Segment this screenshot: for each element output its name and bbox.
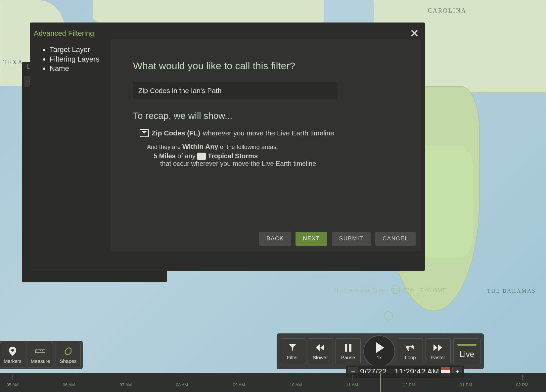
tick-label: 02 PM bbox=[516, 382, 528, 387]
wizard-steps: Target Layer Filtering Layers Name bbox=[42, 45, 99, 74]
hurricane-icon[interactable] bbox=[384, 311, 393, 320]
tick-label: 07 AM bbox=[120, 382, 132, 387]
tick-label: 12 PM bbox=[403, 382, 415, 387]
speed-label: 1x bbox=[377, 355, 382, 360]
cancel-button[interactable]: CANCEL bbox=[375, 232, 416, 246]
tick-label: 01 PM bbox=[460, 382, 472, 387]
step-name[interactable]: Name bbox=[50, 64, 99, 74]
pin-icon bbox=[8, 346, 18, 356]
recap-layer-text: wherever you move the Live Earth timelin… bbox=[203, 129, 334, 137]
recap-condition: And they are Within Any of the following… bbox=[147, 141, 398, 152]
timeline-bar[interactable]: 05 AM 06 AM 07 AM 08 AM 09 AM 10 AM 11 A… bbox=[0, 373, 546, 392]
slower-button[interactable]: Slower bbox=[308, 338, 333, 364]
recap-title: To recap, we will show... bbox=[133, 111, 398, 121]
playhead[interactable] bbox=[380, 373, 381, 392]
loop-button[interactable]: Loop bbox=[398, 338, 423, 364]
map-label-carolina: CAROLINA bbox=[428, 7, 467, 14]
close-icon[interactable]: ✕ bbox=[410, 27, 419, 40]
recap-layer-name: Zip Codes (FL) bbox=[152, 129, 200, 137]
ruler-icon bbox=[35, 346, 45, 356]
back-button[interactable]: BACK bbox=[259, 232, 291, 246]
tick-label: 09 AM bbox=[233, 382, 245, 387]
svg-rect-6 bbox=[349, 344, 351, 352]
pause-button[interactable]: Pause bbox=[336, 338, 361, 364]
map-label-texas: TEXA bbox=[3, 59, 23, 66]
rewind-icon bbox=[315, 343, 325, 353]
faster-button[interactable]: Faster bbox=[426, 338, 451, 364]
live-indicator bbox=[457, 344, 477, 346]
tick-label: 11 AM bbox=[346, 382, 358, 387]
storm-icon bbox=[197, 153, 206, 160]
recap-occur-text: that occur wherever you move the Live Ea… bbox=[160, 160, 398, 168]
pause-icon bbox=[343, 343, 353, 353]
fastforward-icon bbox=[433, 343, 443, 353]
shapes-icon bbox=[63, 346, 73, 356]
recap-distance: 5 Miles of any Tropical Storms bbox=[154, 152, 398, 160]
measure-button[interactable]: Measure bbox=[28, 342, 53, 368]
hurricane-label: Hurricane (Cat 3) Ian - Sep 27th, 15:00 … bbox=[334, 287, 445, 294]
step-target-layer[interactable]: Target Layer bbox=[50, 45, 99, 55]
filter-name-question: What would you like to call this filter? bbox=[133, 60, 398, 72]
modal-body: What would you like to call this filter?… bbox=[111, 39, 421, 251]
recap-target-layer: Zip Codes (FL) wherever you move the Liv… bbox=[140, 129, 398, 137]
step-filtering-layers[interactable]: Filtering Layers bbox=[50, 55, 99, 64]
tick-label: 05 AM bbox=[7, 382, 19, 387]
tick-label: 08 AM bbox=[176, 382, 188, 387]
next-button[interactable]: NEXT bbox=[296, 232, 327, 246]
play-icon bbox=[376, 342, 384, 353]
hurricane-icon[interactable] bbox=[391, 285, 400, 294]
modal-buttons: BACK NEXT SUBMIT CANCEL bbox=[259, 232, 416, 246]
funnel-icon bbox=[288, 343, 297, 353]
modal-title: Advanced Filtering bbox=[34, 29, 94, 38]
loop-icon bbox=[405, 343, 415, 353]
live-button[interactable]: Live bbox=[453, 338, 480, 364]
tick-label: 10 AM bbox=[290, 382, 302, 387]
shapes-button[interactable]: Shapes bbox=[56, 342, 81, 368]
left-tool-cluster: Markers Measure Shapes bbox=[0, 341, 83, 369]
markers-button[interactable]: Markers bbox=[0, 342, 25, 368]
advanced-filtering-modal: Advanced Filtering ✕ Target Layer Filter… bbox=[30, 23, 425, 271]
filter-name-input[interactable] bbox=[133, 82, 338, 99]
playback-cluster: Filter Slower Pause 1x Loop Faster Live bbox=[277, 333, 484, 369]
filter-button[interactable]: Filter bbox=[280, 338, 305, 364]
envelope-icon bbox=[140, 129, 149, 137]
map-label-bahamas: THE BAHAMAS bbox=[487, 288, 536, 294]
tick-label: 06 AM bbox=[63, 382, 75, 387]
submit-button[interactable]: SUBMIT bbox=[332, 232, 371, 246]
svg-rect-5 bbox=[345, 344, 347, 352]
svg-rect-0 bbox=[35, 350, 45, 353]
play-button[interactable]: 1x bbox=[363, 335, 395, 367]
